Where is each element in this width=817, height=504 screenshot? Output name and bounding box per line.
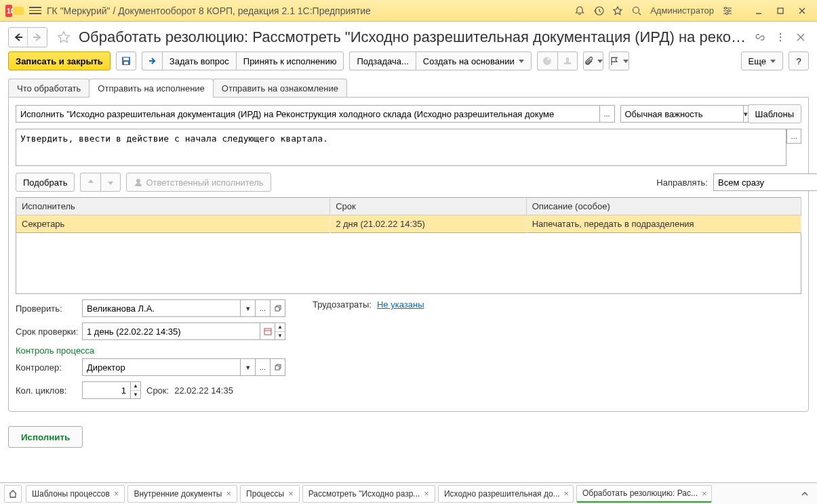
chevron-up-icon[interactable] (797, 486, 813, 502)
settings-icon[interactable] (722, 5, 733, 16)
svg-rect-9 (778, 8, 783, 14)
forward-arrow-button[interactable] (142, 51, 162, 70)
minimize-button[interactable] (749, 4, 768, 18)
close-icon[interactable]: × (288, 488, 294, 499)
effort-link[interactable]: Не указаны (377, 299, 424, 310)
cell-deadline: 2 дня (21.02.22 14:35) (330, 215, 527, 233)
bottom-tabs: Шаблоны процессов× Внутренние документы×… (0, 482, 817, 504)
link-icon[interactable] (752, 29, 768, 45)
col-deadline[interactable]: Срок (330, 198, 527, 215)
accept-execute-button[interactable]: Принять к исполнению (236, 51, 344, 70)
check-input[interactable] (82, 299, 241, 317)
table-row[interactable]: Секретарь 2 дня (21.02.22 14:35) Напечат… (16, 215, 801, 233)
responsible-label: Ответственный исполнитель (146, 177, 263, 188)
cycles-input[interactable] (82, 381, 131, 399)
execute-button[interactable]: Исполнить (8, 426, 83, 448)
bottom-tab[interactable]: Обработать резолюцию: Рас...× (576, 485, 712, 503)
star-icon[interactable] (612, 5, 623, 16)
svg-point-4 (633, 7, 639, 13)
cell-executor: Секретарь (16, 215, 330, 233)
templates-button[interactable]: Шаблоны (748, 104, 802, 123)
bottom-tab[interactable]: Исходно разрешительная до...× (438, 485, 574, 503)
bottom-tab[interactable]: Процессы× (240, 485, 300, 503)
effort-label: Трудозатраты: (313, 299, 372, 310)
attachment-button[interactable] (583, 51, 603, 70)
bell-icon[interactable] (574, 5, 585, 16)
close-icon[interactable]: × (702, 488, 707, 499)
executors-table: Исполнитель Срок Описание (особое) Секре… (16, 197, 801, 233)
svg-point-16 (780, 40, 782, 42)
flag-button[interactable] (609, 51, 629, 70)
controller-ellipsis-button[interactable]: ... (256, 358, 271, 376)
deadline-down-button[interactable]: ▼ (275, 332, 285, 340)
user-label[interactable]: Администратор (650, 5, 714, 16)
tab-content: ... ▾ Шаблоны Утвердить, ввести в действ… (8, 97, 809, 412)
save-close-button[interactable]: Записать и закрыть (8, 51, 111, 70)
nav-back-button[interactable] (9, 28, 28, 47)
kebab-menu-icon[interactable] (772, 29, 789, 45)
bottom-tab[interactable]: Внутренние документы× (127, 485, 237, 503)
main-menu-icon[interactable] (29, 5, 41, 16)
close-button[interactable] (793, 4, 812, 18)
close-icon[interactable]: × (564, 488, 570, 499)
nav-forward-button[interactable] (28, 28, 47, 47)
move-up-button[interactable] (80, 173, 100, 192)
pick-button[interactable]: Подобрать (16, 173, 75, 192)
close-icon[interactable]: × (226, 488, 231, 499)
stamp-icon[interactable] (557, 51, 578, 70)
bottom-tab[interactable]: Шаблоны процессов× (26, 485, 125, 503)
check-open-button[interactable] (271, 299, 285, 317)
check-ellipsis-button[interactable]: ... (256, 299, 271, 317)
controller-dropdown-button[interactable]: ▾ (241, 358, 256, 376)
importance-select[interactable] (620, 105, 744, 123)
task-name-input[interactable] (16, 105, 600, 123)
deadline-value: 22.02.22 14:35 (174, 385, 233, 396)
svg-point-14 (780, 33, 782, 35)
page-title: Обработать резолюцию: Рассмотреть "Исход… (79, 28, 748, 46)
close-icon[interactable]: × (424, 488, 429, 499)
controller-open-button[interactable] (271, 358, 285, 376)
check-deadline-input[interactable] (82, 322, 260, 340)
help-button[interactable]: ? (789, 51, 809, 70)
responsible-executor-button[interactable]: Ответственный исполнитель (126, 173, 271, 192)
check-dropdown-button[interactable]: ▾ (241, 299, 256, 317)
tab-send-exec[interactable]: Отправить на исполнение (89, 79, 214, 98)
close-page-icon[interactable] (793, 29, 809, 45)
svg-point-7 (726, 12, 728, 14)
toolbar: Записать и закрыть Задать вопрос Принять… (0, 51, 817, 75)
svg-point-6 (728, 9, 730, 12)
deadline-up-button[interactable]: ▲ (275, 323, 285, 332)
save-button[interactable] (116, 51, 136, 70)
tab-send-review[interactable]: Отправить на ознакомление (213, 79, 347, 98)
more-button[interactable]: Еще (741, 51, 783, 70)
create-based-on-button[interactable]: Создать на основании (416, 51, 532, 70)
svg-rect-26 (275, 307, 279, 311)
svg-rect-27 (264, 329, 271, 335)
task-name-ellipsis-button[interactable]: ... (600, 105, 615, 123)
calendar-button[interactable] (260, 322, 275, 340)
maximize-button[interactable] (771, 4, 790, 18)
col-description[interactable]: Описание (особое) (526, 198, 801, 215)
cycles-down-button[interactable]: ▼ (131, 391, 140, 399)
svg-rect-2 (13, 7, 24, 15)
svg-point-15 (780, 37, 782, 39)
cycles-up-button[interactable]: ▲ (131, 382, 140, 391)
ask-question-button[interactable]: Задать вопрос (162, 51, 236, 70)
direct-select[interactable] (713, 173, 817, 191)
description-expand-button[interactable]: ... (786, 129, 801, 144)
description-textarea[interactable]: Утвердить, ввести в действие с начала сл… (16, 129, 786, 166)
col-executor[interactable]: Исполнитель (16, 198, 330, 215)
pie-chart-icon[interactable] (537, 51, 557, 70)
bottom-tab[interactable]: Рассмотреть "Исходно разр...× (302, 485, 435, 503)
search-icon[interactable] (631, 5, 642, 16)
table-empty-area[interactable] (16, 233, 801, 294)
move-down-button[interactable] (100, 173, 121, 192)
favorite-star-icon[interactable] (54, 28, 73, 47)
controller-input[interactable] (82, 358, 241, 376)
subtask-button[interactable]: Подзадача... (349, 51, 415, 70)
tab-what-process[interactable]: Что обработать (8, 79, 89, 98)
home-button[interactable] (4, 485, 22, 503)
history-icon[interactable] (593, 5, 604, 16)
svg-rect-23 (564, 62, 571, 64)
close-icon[interactable]: × (114, 488, 119, 499)
